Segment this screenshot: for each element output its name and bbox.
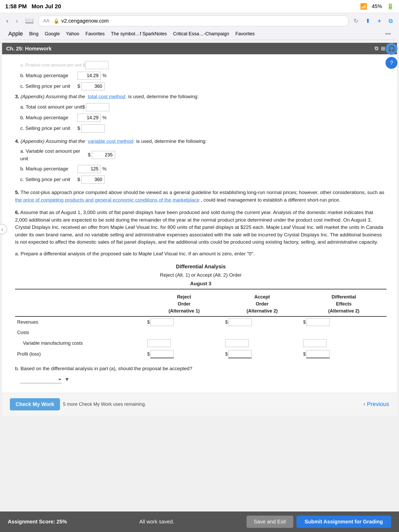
revenues-input-3[interactable] [306,318,330,326]
q6-block: 6. Assume that as of August 1, 3,000 uni… [15,209,387,383]
q4c-row: c. Selling price per unit $ [15,176,387,184]
q5-answer: the price of competing products and gene… [15,197,200,203]
var-mfg-row: Variable manufacturing costs [15,338,387,349]
q4c-input[interactable] [81,176,105,184]
q4b-pct: % [102,165,107,172]
q2b-row: b. Markup percentage % [15,72,387,80]
bookmark-google[interactable]: Google [45,31,60,37]
q3a-input[interactable] [86,103,109,111]
var-mfg-input-3[interactable] [303,339,327,347]
q3c-label: c. Selling price per unit [20,125,77,132]
save-exit-button[interactable]: Save and Exit [247,516,293,528]
main-content: a. Product cost amount per unit $ b. Mar… [2,54,397,393]
q2b-pct: % [102,72,107,79]
bookmark-sparknotes[interactable]: The symbol…f SparkNotes [111,31,167,37]
var-mfg-input-2[interactable] [225,339,249,347]
q3b-input[interactable] [77,114,101,122]
tabs-button[interactable]: ⧉ [387,17,395,25]
col-empty-header [15,292,145,316]
revenues-input-1[interactable] [150,318,174,326]
forward-button[interactable]: › [14,16,20,26]
var-mfg-label: Variable manufacturing costs [15,338,145,349]
col1-header: RejectOrder(Alternative 1) [145,292,223,316]
q2b-input[interactable] [77,72,101,80]
q2b-label: b. Markup percentage [20,72,77,79]
q3-text: 3. (Appendix) Assuming that the total co… [15,93,387,101]
bookmark-apple[interactable]: Apple [8,30,23,37]
table-date: August 3 [15,280,387,290]
q4-link[interactable]: variable cost method [88,138,133,144]
q4-text: 4. (Appendix) Assuming that the variable… [15,138,387,145]
q2c-dollar: $ [77,83,80,90]
add-tab-button[interactable]: + [375,16,383,26]
diff-table: RejectOrder(Alternative 1) AcceptOrder(A… [15,292,387,360]
side-help: 🎧 ? [385,43,397,70]
bookmark-favorites2[interactable]: Favorites [235,31,255,37]
q6a-instruction: a. Prepare a differential analysis of th… [15,250,387,258]
q3c-dollar: $ [77,125,80,132]
check-work-info: 5 more Check My Work uses remaining. [63,402,146,407]
q3c-input[interactable] [81,124,105,132]
q6b-answer-row: Yes No ▼ [20,375,387,383]
q4a-input[interactable] [92,151,115,159]
bookmarks-button[interactable]: 📖 [23,16,36,26]
bookmarks-bar: Apple Bing Google Yahoo Favorites The sy… [4,29,395,40]
assignment-score: Assignment Score: 25% [8,519,67,525]
previous-button[interactable]: ‹ Previous [363,401,389,408]
q3b-pct: % [102,114,107,121]
content-area: Ch. 25: Homework ⧉ ⊞ ▭ 🎧 ? › a. Product … [2,43,397,416]
hw-title: Ch. 25: Homework [6,46,51,52]
dropdown-arrow-icon: ▼ [64,375,70,383]
q2a-input[interactable] [85,61,109,69]
headset-icon[interactable]: 🎧 [385,43,397,55]
col3-header: DifferentialEffects(Alternative 2) [301,292,387,316]
q6b-text: b. Based on the differential analysis in… [15,365,387,373]
wifi-icon: 📶 [360,3,367,10]
battery-level: 45% [372,3,382,9]
costs-label: Costs [15,328,145,338]
bookmark-critical-essay[interactable]: Critical Essa…-Champaign [173,31,229,37]
q2c-input[interactable] [81,82,105,90]
profit-col3: $ [301,349,387,360]
bookmark-favorites[interactable]: Favorites [85,31,105,37]
table-subtitle: Reject (Alt. 1) or Accept (Alt. 2) Order [15,271,387,279]
q4a-dollar: $ [88,151,91,159]
profit-input-1[interactable] [150,350,174,358]
table-title: Differential Analysis [15,263,387,270]
revenues-input-2[interactable] [228,318,252,326]
revenues-col1: $ [145,316,223,328]
bookmarks-more-button[interactable]: ••• [385,31,391,37]
reload-button[interactable]: ↻ [351,17,360,25]
q6b-dropdown[interactable]: Yes No [20,375,62,383]
status-bar: 1:58 PM Mon Jul 20 📶 45% 🔋 [0,0,399,13]
share-button[interactable]: ⬆ [363,17,372,25]
q3a-dollar: $ [82,103,85,111]
profit-input-3[interactable] [306,350,330,358]
bookmark-yahoo[interactable]: Yahoo [66,31,79,37]
var-mfg-input-1[interactable] [147,339,171,347]
check-work-area: Check My Work 5 more Check My Work uses … [10,398,146,410]
bookmark-bing[interactable]: Bing [29,31,38,37]
check-my-work-button[interactable]: Check My Work [10,398,60,410]
question-icon[interactable]: ? [385,57,397,69]
profit-col1: $ [145,349,223,360]
q2a-row: a. Product cost amount per unit $ [15,61,387,69]
q5-block: 5. The cost-plus approach price computed… [15,189,387,204]
url-text: v2.cengagenow.com [61,18,109,24]
back-button[interactable]: ‹ [4,16,11,26]
q3a-row: a. Total cost amount per unit $ [15,103,387,111]
copy-icon[interactable]: ⧉ [375,45,378,52]
browser-nav: ‹ › 📖 AA 🔒 v2.cengagenow.com ↻ ⬆ + ⧉ [4,16,395,26]
q4b-input[interactable] [77,165,101,173]
profit-input-2[interactable] [228,350,252,358]
profit-col2: $ [223,349,301,360]
submit-button[interactable]: Submit Assignment for Grading [296,516,391,528]
q3-link[interactable]: total cost method [88,94,125,99]
q4b-label: b. Markup percentage [20,165,77,173]
grid-icon[interactable]: ⊞ [381,45,385,52]
address-bar[interactable]: AA 🔒 v2.cengagenow.com [39,16,348,26]
q2c-row: c. Selling price per unit $ [15,82,387,90]
status-icons: 📶 45% 🔋 [360,3,394,10]
q6-text: 6. Assume that as of August 1, 3,000 uni… [15,209,387,246]
aa-button[interactable]: AA [43,18,49,24]
